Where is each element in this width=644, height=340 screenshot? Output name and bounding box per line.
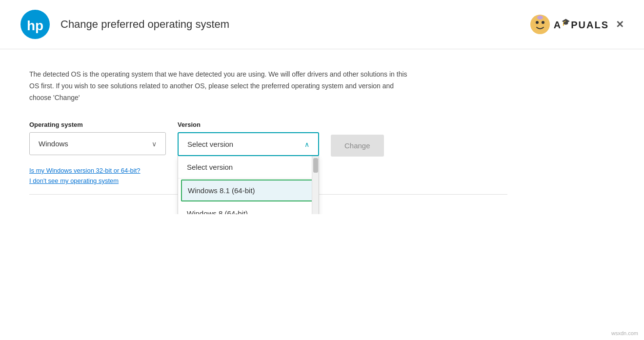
form-row: Operating system Windows ∨ Is my Windows… <box>29 121 507 184</box>
svg-point-3 <box>536 21 539 24</box>
version-dropdown: Select version Windows 8.1 (64-bit) Wind… <box>178 156 319 214</box>
link-no-os[interactable]: I don't see my operating system <box>29 177 166 184</box>
scrollbar-thumb <box>313 158 318 173</box>
close-button[interactable]: ✕ <box>616 19 624 30</box>
link-bit-version[interactable]: Is my Windows version 32-bit or 64-bit? <box>29 167 166 174</box>
dropdown-item[interactable]: Windows 8 (64-bit) <box>178 202 319 214</box>
change-button[interactable]: Change <box>331 135 384 157</box>
svg-point-5 <box>537 16 543 20</box>
main-content: The detected OS is the operating system … <box>0 49 537 214</box>
svg-text:hp: hp <box>27 18 43 33</box>
os-select[interactable]: Windows ∨ <box>29 132 166 155</box>
appuals-brand: A🎓PUALS ✕ <box>529 14 624 35</box>
os-label: Operating system <box>29 121 166 128</box>
dropdown-item-highlighted[interactable]: Windows 8.1 (64-bit) <box>181 180 316 201</box>
version-label: Version <box>178 121 319 128</box>
scrollbar[interactable] <box>312 156 319 214</box>
version-wrapper: Select version ∧ Select version Windows … <box>178 132 319 156</box>
header-left: hp Change preferred operating system <box>20 9 229 40</box>
version-select[interactable]: Select version ∧ <box>178 132 319 156</box>
svg-point-4 <box>542 21 544 24</box>
hp-logo: hp <box>20 9 51 40</box>
os-selected-value: Windows <box>39 140 68 148</box>
version-field-group: Version Select version ∧ Select version … <box>178 121 319 156</box>
os-chevron-icon: ∨ <box>152 140 157 148</box>
links-section: Is my Windows version 32-bit or 64-bit? … <box>29 167 166 184</box>
appuals-icon <box>529 14 551 35</box>
version-chevron-icon: ∧ <box>304 140 309 148</box>
dropdown-item[interactable]: Select version <box>178 156 319 179</box>
change-btn-wrapper: Change <box>331 121 384 157</box>
page-header: hp Change preferred operating system A🎓P… <box>0 0 644 49</box>
description-text: The detected OS is the operating system … <box>29 69 410 103</box>
version-placeholder: Select version <box>187 140 233 148</box>
page-title: Change preferred operating system <box>60 18 229 31</box>
os-field-group: Operating system Windows ∨ Is my Windows… <box>29 121 166 184</box>
appuals-text: A🎓PUALS <box>554 18 609 31</box>
